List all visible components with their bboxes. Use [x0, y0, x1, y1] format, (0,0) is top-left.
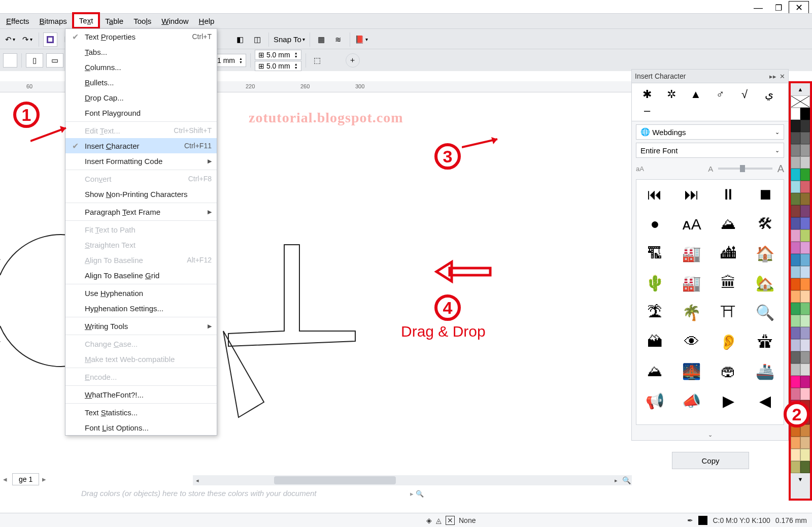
color-swatch[interactable]: [800, 144, 810, 156]
menu-item-tabs[interactable]: Tabs...: [65, 44, 217, 59]
color-swatch[interactable]: [800, 364, 810, 376]
menu-window[interactable]: Window: [156, 15, 193, 27]
glyph-cell[interactable]: 🏙: [710, 239, 747, 268]
glyph-cell[interactable]: 🏗: [636, 239, 673, 268]
recent-glyph[interactable]: √: [732, 86, 757, 103]
color-swatch[interactable]: [791, 217, 800, 229]
menu-effects[interactable]: Effects: [1, 15, 35, 27]
color-swatch[interactable]: [791, 388, 800, 400]
glyph-cell[interactable]: ⛩: [710, 298, 747, 327]
glyph-cell[interactable]: ⏸: [710, 180, 747, 209]
menu-bitmaps[interactable]: Bitmaps: [35, 15, 72, 27]
color-swatch[interactable]: [800, 412, 810, 424]
color-swatch[interactable]: [791, 290, 800, 303]
color-swatch[interactable]: [791, 449, 800, 461]
treat-as-filled-icon[interactable]: ⬚: [310, 53, 324, 68]
outline-pen-icon[interactable]: ✒: [687, 516, 693, 524]
menu-table[interactable]: Table: [100, 15, 128, 27]
color-swatch[interactable]: [800, 449, 810, 461]
color-swatch[interactable]: [791, 181, 800, 193]
color-swatch[interactable]: [800, 254, 810, 266]
menu-item-bullets[interactable]: Bullets...: [65, 75, 217, 90]
nudge-field[interactable]: 1 mm▲▼: [214, 54, 246, 67]
color-swatch[interactable]: [791, 339, 800, 351]
recent-glyph[interactable]: ♂: [708, 86, 732, 103]
menu-item-insert-formatting-code[interactable]: Insert Formatting Code▶: [65, 153, 217, 169]
color-swatch[interactable]: [800, 156, 810, 169]
menu-item-font-playground[interactable]: Font Playground: [65, 105, 217, 120]
glyph-size-slider[interactable]: aA A A: [636, 161, 784, 176]
no-color-swatch[interactable]: [791, 95, 810, 108]
color-swatch[interactable]: [800, 339, 810, 351]
menu-item-align-to-baseline-grid[interactable]: Align To Baseline Grid: [65, 268, 217, 283]
portrait-icon[interactable]: ▯: [26, 53, 43, 68]
palette-scroll-icon[interactable]: ▸ 🔍: [410, 490, 424, 498]
menu-help[interactable]: Help: [194, 15, 220, 27]
menu-item-show-non-printing-characters[interactable]: Show Non-Printing Characters: [65, 186, 217, 202]
glyph-cell[interactable]: ◀: [747, 386, 784, 415]
close-button[interactable]: ✕: [789, 1, 809, 14]
menu-item-columns[interactable]: Columns...: [65, 59, 217, 75]
view-wire-icon[interactable]: ◫: [250, 32, 264, 47]
color-swatch[interactable]: [791, 400, 800, 412]
landscape-icon[interactable]: ▭: [46, 53, 63, 68]
glyph-cell[interactable]: ⏭: [673, 180, 710, 209]
color-swatch[interactable]: [800, 437, 810, 449]
color-swatch[interactable]: [800, 327, 810, 339]
minimize-button[interactable]: —: [748, 1, 768, 14]
menu-item-insert-character[interactable]: ✔Insert CharacterCtrl+F11: [65, 138, 217, 153]
color-swatch[interactable]: [800, 376, 810, 388]
color-swatch[interactable]: [800, 315, 810, 327]
color-swatch[interactable]: [791, 461, 800, 473]
color-swatch[interactable]: [791, 193, 800, 205]
color-swatch[interactable]: [800, 193, 810, 205]
color-swatch[interactable]: [791, 144, 800, 156]
docker-close-icon[interactable]: ✕: [780, 73, 785, 80]
color-swatch[interactable]: [800, 120, 810, 132]
glyph-cell[interactable]: 👂: [710, 327, 747, 356]
glyph-cell[interactable]: ⏹: [747, 180, 784, 209]
app-icon[interactable]: 📕▾: [354, 32, 368, 47]
maximize-button[interactable]: ❐: [768, 1, 789, 14]
glyph-cell[interactable]: 🏡: [747, 268, 784, 298]
color-swatch[interactable]: [800, 400, 810, 412]
docker-more-icon[interactable]: ▸▸: [769, 73, 776, 80]
fill-swatch-icon[interactable]: ◈: [426, 516, 432, 524]
color-swatch[interactable]: [791, 205, 800, 217]
menu-item-font-list-options[interactable]: Font List Options...: [65, 420, 217, 435]
glyph-cell[interactable]: ●: [636, 209, 673, 239]
palette-down-icon[interactable]: ▼: [791, 473, 810, 485]
color-swatch[interactable]: [791, 351, 800, 364]
snap-to-button[interactable]: Snap To ▾: [273, 32, 306, 47]
glyph-cell[interactable]: 🚢: [747, 356, 784, 386]
color-swatch[interactable]: [791, 120, 800, 132]
range-combobox[interactable]: Entire Font⌄: [636, 143, 784, 158]
menu-item-hyphenation-settings[interactable]: Hyphenation Settings...: [65, 301, 217, 316]
glyph-cell[interactable]: 📢: [636, 386, 673, 415]
copy-button[interactable]: Copy: [672, 452, 749, 469]
menu-text[interactable]: Text: [72, 12, 100, 29]
glyph-cell[interactable]: 📣: [673, 386, 710, 415]
menu-item-text-statistics[interactable]: Text Statistics...: [65, 405, 217, 420]
no-fill-icon[interactable]: ✕: [446, 516, 455, 525]
recent-glyph[interactable]: ✱: [635, 86, 659, 103]
glyph-cell[interactable]: ⏮: [636, 180, 673, 209]
undo-dropdown[interactable]: ↶▾: [3, 32, 17, 47]
color-swatch[interactable]: [800, 351, 810, 364]
docker-header[interactable]: Insert Character ▸▸✕: [632, 70, 788, 83]
color-swatch[interactable]: [800, 205, 810, 217]
view-full-icon[interactable]: ◧: [233, 32, 247, 47]
menu-item-text-properties[interactable]: ✔Text PropertiesCtrl+T: [65, 29, 217, 44]
launch-icon[interactable]: ≋: [331, 32, 346, 47]
glyph-cell[interactable]: 🏔: [636, 327, 673, 356]
outline-color-swatch[interactable]: [698, 516, 707, 525]
add-icon[interactable]: ＋: [346, 53, 360, 68]
color-swatch[interactable]: [791, 266, 800, 278]
color-swatch[interactable]: [791, 169, 800, 181]
color-swatch[interactable]: [791, 242, 800, 254]
color-swatch[interactable]: [791, 108, 800, 120]
glyph-cell[interactable]: 🌴: [673, 298, 710, 327]
navigator-icon[interactable]: 🔍: [622, 476, 631, 484]
glyph-cell[interactable]: 🏛: [710, 268, 747, 298]
recent-glyph[interactable]: ي: [757, 86, 781, 103]
